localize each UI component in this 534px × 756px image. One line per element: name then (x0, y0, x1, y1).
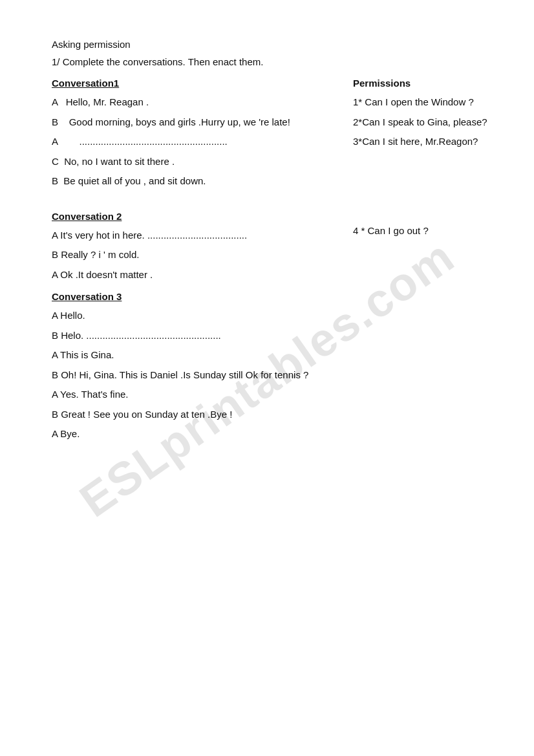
conv2-line-3: A Ok .It doesn't matter . (52, 268, 334, 283)
conv3-line-6: B Great ! See you on Sunday at ten .Bye … (52, 407, 489, 422)
conv2-speaker-1: A (52, 230, 60, 241)
conv3-line-4: B Oh! Hi, Gina. This is Daniel .Is Sunda… (52, 368, 489, 383)
conv1-speaker-2: B (52, 116, 69, 127)
conversation3-title: Conversation 3 (52, 291, 489, 302)
conv3-speaker-2: B (52, 330, 61, 341)
page-title: Asking permission (52, 39, 489, 50)
conv3-speaker-1: A (52, 310, 60, 321)
conversation1-title: Conversation1 (52, 78, 334, 89)
conv3-speaker-4: B (52, 369, 61, 380)
permissions-title: Permissions (353, 78, 489, 89)
conv2-speaker-2: B (52, 249, 61, 260)
conversation2-title: Conversation 2 (52, 211, 334, 222)
conv1-line-1: A Hello, Mr. Reagan . (52, 95, 334, 110)
perm2-num: 2* (353, 116, 362, 127)
perm4-num: 4 * (353, 225, 365, 236)
permission-1: 1* Can I open the Window ? (353, 95, 489, 110)
conv3-speaker-3: A (52, 349, 60, 360)
conv2-speaker-3: A (52, 269, 60, 280)
conv3-speaker-5: A (52, 389, 60, 400)
conv1-line-5: B Be quiet all of you , and sit down. (52, 174, 334, 189)
conv3-line-3: A This is Gina. (52, 348, 489, 363)
conv3-line-7: A Bye. (52, 427, 489, 442)
conv1-speaker-3: A (52, 136, 80, 147)
conv2-line-2: B Really ? i ' m cold. (52, 248, 334, 263)
conv1-line-2: B Good morning, boys and girls .Hurry up… (52, 115, 334, 130)
conv1-speaker-5: B (52, 175, 63, 186)
conv2-line-1: A It's very hot in here. ...............… (52, 228, 334, 243)
conv1-line-3: A ......................................… (52, 135, 334, 149)
permission-3: 3*Can I sit here, Mr.Reagon? (353, 135, 489, 149)
conv3-speaker-7: A (52, 428, 60, 439)
instruction: 1/ Complete the conversations. Then enac… (52, 56, 489, 67)
conv1-speaker-4: C (52, 156, 64, 167)
conv1-line-4: C No, no I want to sit there . (52, 155, 334, 169)
conv1-speaker-1: A (52, 96, 66, 107)
conv3-line-5: A Yes. That's fine. (52, 387, 489, 402)
perm1-num: 1* (353, 96, 362, 107)
conv3-speaker-6: B (52, 409, 61, 420)
perm3-num: 3* (353, 136, 362, 147)
conv3-line-1: A Hello. (52, 308, 489, 323)
permission-4: 4 * Can I go out ? (353, 224, 489, 239)
permission-2: 2*Can I speak to Gina, please? (353, 115, 489, 130)
conv3-line-2: B Helo. ................................… (52, 329, 489, 343)
